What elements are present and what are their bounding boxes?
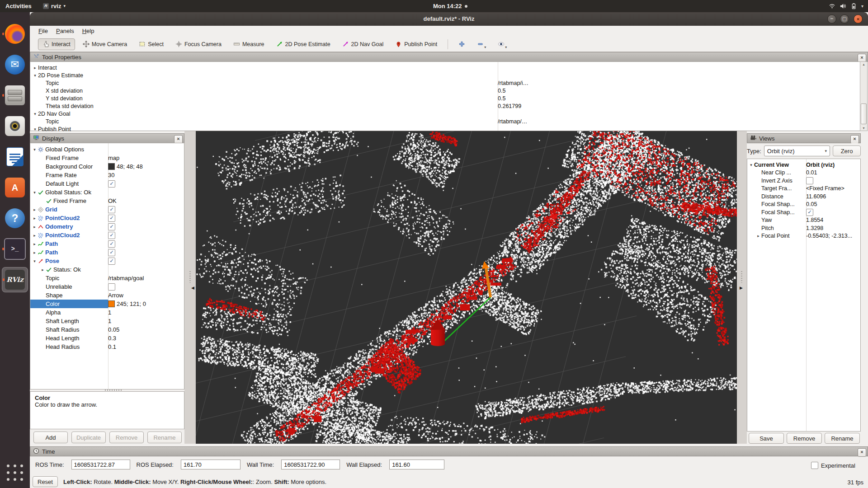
views-remove-button[interactable]: Remove (787, 433, 822, 444)
dock-item-firefox[interactable] (2, 21, 28, 47)
menu-panels[interactable]: Panels (52, 26, 78, 37)
expander-icon[interactable]: ▾ (748, 163, 754, 167)
row-global-status-ok[interactable]: ▾Global Status: Ok (30, 188, 184, 197)
wall-elapsed-input[interactable] (389, 460, 444, 469)
property-value[interactable]: 0.3 (108, 335, 116, 342)
tool-properties-header[interactable]: Tool Properties × (30, 52, 868, 62)
views-header[interactable]: Views × (747, 133, 861, 143)
duplicate-button[interactable]: Duplicate (71, 432, 106, 443)
close-button[interactable]: × (854, 14, 863, 23)
system-tray[interactable]: ▾ (829, 0, 863, 12)
property-value[interactable]: 1.3298 (806, 225, 823, 231)
dock-item-files[interactable] (2, 83, 28, 108)
row-status-ok[interactable]: ▸Status: Ok (30, 265, 184, 274)
expander-icon[interactable]: ▾ (32, 259, 38, 263)
checkbox[interactable]: ✓ (108, 240, 115, 248)
clock[interactable]: Mon 14:22 (433, 0, 467, 12)
checkbox[interactable]: ✓ (806, 209, 813, 216)
property-value[interactable]: map (108, 155, 119, 161)
collapse-left-icon[interactable]: ◀ (191, 285, 195, 291)
checkbox[interactable]: ✓ (108, 249, 115, 256)
tool-properties-scrollbar[interactable]: ▲ ▼ (860, 61, 868, 131)
row-head-length[interactable]: Head Length0.3 (30, 334, 184, 343)
row-focal-point[interactable]: ▸Focal Point-0.55403; -2.313... (747, 232, 860, 240)
expander-icon[interactable]: ▸ (40, 267, 46, 272)
dock-item-rviz[interactable]: RViz (2, 267, 28, 292)
expander-icon[interactable]: ▸ (32, 66, 38, 70)
dock-item-terminal[interactable]: >_ (2, 236, 28, 262)
property-value[interactable]: 1 (108, 318, 111, 324)
displays-header[interactable]: Displays × (30, 133, 184, 143)
dock-item-libreoffice-writer[interactable] (2, 144, 28, 169)
dock-item-thunderbird[interactable]: ✉ (2, 52, 28, 77)
toolbar-remove-tool-button[interactable]: ▾ (473, 38, 490, 50)
views-save-button[interactable]: Save (749, 433, 784, 444)
checkbox[interactable]: ✓ (108, 206, 115, 213)
row-yaw[interactable]: Yaw1.8554 (747, 216, 860, 225)
checkbox[interactable]: ✓ (108, 215, 115, 222)
app-menu[interactable]: R rviz ▾ (43, 0, 66, 12)
row-current-view[interactable]: ▾Current ViewOrbit (rviz) (747, 161, 860, 169)
remove-button[interactable]: Remove (109, 432, 144, 443)
tool-move-camera[interactable]: Move Camera (79, 38, 132, 50)
row-shaft-length[interactable]: Shaft Length1 (30, 317, 184, 325)
row-pointcloud2[interactable]: ▸PointCloud2✓ (30, 214, 184, 222)
add-button[interactable]: Add (33, 432, 68, 443)
row-alpha[interactable]: Alpha1 (30, 308, 184, 317)
row-global-options[interactable]: ▾Global Options (30, 145, 184, 154)
property-value[interactable]: /rtabmap/… (498, 118, 527, 125)
row-pointcloud2[interactable]: ▸PointCloud2✓ (30, 231, 184, 239)
ros-time-input[interactable] (71, 460, 130, 469)
displays-close-icon[interactable]: × (174, 135, 183, 144)
expander-icon[interactable]: ▾ (32, 127, 38, 131)
property-value[interactable]: 30 (108, 172, 114, 178)
property-value[interactable]: 0.05 (108, 326, 119, 333)
row-grid[interactable]: ▸Grid✓ (30, 205, 184, 214)
property-value[interactable]: 0.05 (806, 201, 817, 207)
property-value[interactable]: 11.6096 (806, 193, 826, 200)
zero-button[interactable]: Zero (833, 145, 861, 156)
ros-elapsed-input[interactable] (181, 460, 241, 469)
row-topic[interactable]: Topic/rtabmap/i… (30, 79, 860, 87)
row-pose[interactable]: ▾Pose✓ (30, 257, 184, 265)
rename-button[interactable]: Rename (147, 432, 182, 443)
row-2d-pose-estimate[interactable]: ▾2D Pose Estimate (30, 71, 860, 79)
menu-help[interactable]: Help (78, 26, 99, 37)
checkbox[interactable]: ✓ (108, 232, 115, 239)
maximize-button[interactable]: ▢ (840, 14, 849, 23)
menu-file[interactable]: File (34, 26, 52, 37)
tool-interact[interactable]: Interact (38, 38, 75, 50)
checkbox[interactable]: ✓ (108, 180, 115, 188)
reset-button[interactable]: Reset (33, 476, 58, 487)
property-value[interactable]: 0.5 (498, 95, 505, 102)
row-fixed-frame[interactable]: Fixed FrameOK (30, 197, 184, 205)
3d-viewport[interactable] (196, 131, 737, 444)
toolbar-tool-visibility-button[interactable]: ▾ (494, 38, 511, 50)
tool-select[interactable]: Select (135, 38, 168, 50)
collapse-right-icon[interactable]: ▶ (740, 285, 744, 291)
row-shaft-radius[interactable]: Shaft Radius0.05 (30, 325, 184, 334)
color-swatch[interactable] (108, 300, 115, 307)
experimental-checkbox[interactable] (811, 462, 818, 469)
dock-item-help[interactable]: ? (2, 206, 28, 231)
wall-time-input[interactable] (281, 460, 340, 469)
experimental-toggle[interactable]: Experimental (811, 462, 855, 469)
property-value[interactable]: 0.1 (108, 343, 116, 350)
row-unreliable[interactable]: Unreliable (30, 282, 184, 291)
panel-resize-grip[interactable] (105, 389, 123, 391)
expander-icon[interactable]: ▸ (755, 234, 761, 238)
row-frame-rate[interactable]: Frame Rate30 (30, 171, 184, 179)
tool-pose-estimate[interactable]: 2D Pose Estimate (272, 38, 335, 50)
row-color[interactable]: Color245; 121; 0 (30, 300, 184, 308)
scrollbar-thumb[interactable] (861, 103, 867, 124)
tool-publish-point[interactable]: Publish Point (391, 38, 441, 50)
row-interact[interactable]: ▸Interact (30, 64, 860, 71)
row-path[interactable]: ▸Path✓ (30, 248, 184, 257)
row-path[interactable]: ▸Path✓ (30, 239, 184, 248)
row-pitch[interactable]: Pitch1.3298 (747, 224, 860, 232)
expander-icon[interactable]: ▸ (32, 250, 38, 255)
row-focal-shap[interactable]: Focal Shap...0.05 (747, 201, 860, 209)
right-splitter-grip[interactable] (741, 271, 742, 283)
expander-icon[interactable]: ▾ (32, 190, 38, 195)
tool-measure[interactable]: Measure (229, 38, 269, 50)
